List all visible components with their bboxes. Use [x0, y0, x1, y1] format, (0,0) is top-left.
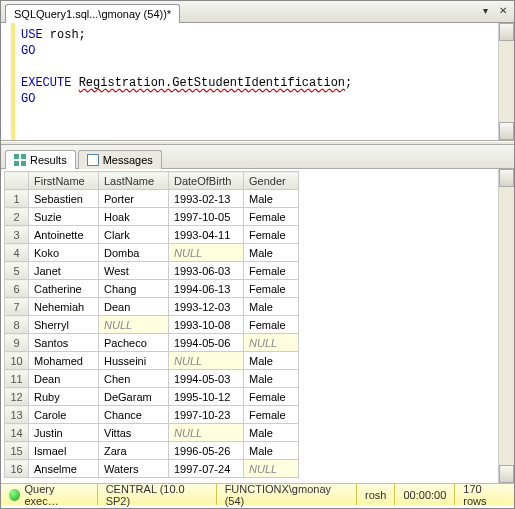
row-number[interactable]: 5 — [5, 262, 29, 280]
cell[interactable]: Female — [244, 280, 299, 298]
cell[interactable]: Female — [244, 262, 299, 280]
row-number[interactable]: 11 — [5, 370, 29, 388]
cell[interactable]: 1997-10-05 — [169, 208, 244, 226]
cell[interactable]: 1997-07-24 — [169, 460, 244, 478]
cell[interactable]: Male — [244, 190, 299, 208]
cell[interactable]: 1994-05-03 — [169, 370, 244, 388]
cell[interactable]: Catherine — [29, 280, 99, 298]
row-number[interactable]: 9 — [5, 334, 29, 352]
cell[interactable]: Zara — [99, 442, 169, 460]
cell[interactable]: Koko — [29, 244, 99, 262]
table-row[interactable]: 13CaroleChance1997-10-23Female — [5, 406, 299, 424]
table-row[interactable]: 9SantosPacheco1994-05-06NULL — [5, 334, 299, 352]
cell[interactable]: 1994-05-06 — [169, 334, 244, 352]
cell[interactable]: Male — [244, 370, 299, 388]
cell[interactable]: Chen — [99, 370, 169, 388]
cell[interactable]: NULL — [169, 424, 244, 442]
row-number[interactable]: 1 — [5, 190, 29, 208]
cell[interactable]: Dean — [99, 298, 169, 316]
cell[interactable]: NULL — [244, 334, 299, 352]
cell[interactable]: Ismael — [29, 442, 99, 460]
cell[interactable]: 1993-12-03 — [169, 298, 244, 316]
cell[interactable]: 1995-10-12 — [169, 388, 244, 406]
cell[interactable]: NULL — [244, 460, 299, 478]
table-row[interactable]: 5JanetWest1993-06-03Female — [5, 262, 299, 280]
document-tab[interactable]: SQLQuery1.sql...\gmonay (54))* — [5, 4, 180, 23]
cell[interactable]: Female — [244, 388, 299, 406]
cell[interactable]: Santos — [29, 334, 99, 352]
table-row[interactable]: 10MohamedHusseiniNULLMale — [5, 352, 299, 370]
cell[interactable]: 1997-10-23 — [169, 406, 244, 424]
table-row[interactable]: 2SuzieHoak1997-10-05Female — [5, 208, 299, 226]
editor-content[interactable]: USE rosh; GO EXECUTE Registration.GetStu… — [15, 23, 498, 140]
editor-vertical-scrollbar[interactable] — [498, 23, 514, 140]
row-number[interactable]: 7 — [5, 298, 29, 316]
sql-editor[interactable]: USE rosh; GO EXECUTE Registration.GetStu… — [1, 23, 514, 141]
cell[interactable]: Hoak — [99, 208, 169, 226]
cell[interactable]: Male — [244, 424, 299, 442]
cell[interactable]: Male — [244, 244, 299, 262]
table-row[interactable]: 8SherrylNULL1993-10-08Female — [5, 316, 299, 334]
col-header-dateofbirth[interactable]: DateOfBirth — [169, 172, 244, 190]
cell[interactable]: Suzie — [29, 208, 99, 226]
row-number[interactable]: 2 — [5, 208, 29, 226]
cell[interactable]: DeGaram — [99, 388, 169, 406]
cell[interactable]: Mohamed — [29, 352, 99, 370]
cell[interactable]: Sherryl — [29, 316, 99, 334]
cell[interactable]: Vittas — [99, 424, 169, 442]
cell[interactable]: Sebastien — [29, 190, 99, 208]
tab-messages[interactable]: Messages — [78, 150, 162, 169]
cell[interactable]: 1993-06-03 — [169, 262, 244, 280]
cell[interactable]: Nehemiah — [29, 298, 99, 316]
results-grid[interactable]: FirstName LastName DateOfBirth Gender 1S… — [4, 171, 299, 478]
row-number[interactable]: 14 — [5, 424, 29, 442]
cell[interactable]: 1993-10-08 — [169, 316, 244, 334]
cell[interactable]: Antoinette — [29, 226, 99, 244]
row-number[interactable]: 16 — [5, 460, 29, 478]
table-row[interactable]: 7NehemiahDean1993-12-03Male — [5, 298, 299, 316]
cell[interactable]: Female — [244, 208, 299, 226]
tab-results[interactable]: Results — [5, 150, 76, 169]
table-row[interactable]: 11DeanChen1994-05-03Male — [5, 370, 299, 388]
cell[interactable]: Anselme — [29, 460, 99, 478]
cell[interactable]: Janet — [29, 262, 99, 280]
tab-close-icon[interactable]: ✕ — [496, 3, 510, 17]
cell[interactable]: Husseini — [99, 352, 169, 370]
row-number[interactable]: 3 — [5, 226, 29, 244]
table-row[interactable]: 3AntoinetteClark1993-04-11Female — [5, 226, 299, 244]
cell[interactable]: NULL — [99, 316, 169, 334]
cell[interactable]: Clark — [99, 226, 169, 244]
table-row[interactable]: 15IsmaelZara1996-05-26Male — [5, 442, 299, 460]
cell[interactable]: 1996-05-26 — [169, 442, 244, 460]
cell[interactable]: Female — [244, 226, 299, 244]
cell[interactable]: Male — [244, 298, 299, 316]
row-number[interactable]: 15 — [5, 442, 29, 460]
row-number[interactable]: 10 — [5, 352, 29, 370]
table-row[interactable]: 14JustinVittasNULLMale — [5, 424, 299, 442]
tab-dropdown-icon[interactable]: ▾ — [478, 3, 492, 17]
cell[interactable]: Carole — [29, 406, 99, 424]
row-number[interactable]: 13 — [5, 406, 29, 424]
table-row[interactable]: 1SebastienPorter1993-02-13Male — [5, 190, 299, 208]
table-row[interactable]: 16AnselmeWaters1997-07-24NULL — [5, 460, 299, 478]
cell[interactable]: Dean — [29, 370, 99, 388]
table-row[interactable]: 4KokoDombaNULLMale — [5, 244, 299, 262]
corner-cell[interactable] — [5, 172, 29, 190]
col-header-lastname[interactable]: LastName — [99, 172, 169, 190]
cell[interactable]: Waters — [99, 460, 169, 478]
cell[interactable]: West — [99, 262, 169, 280]
col-header-gender[interactable]: Gender — [244, 172, 299, 190]
cell[interactable]: 1993-02-13 — [169, 190, 244, 208]
table-row[interactable]: 12RubyDeGaram1995-10-12Female — [5, 388, 299, 406]
col-header-firstname[interactable]: FirstName — [29, 172, 99, 190]
row-number[interactable]: 6 — [5, 280, 29, 298]
cell[interactable]: Female — [244, 406, 299, 424]
cell[interactable]: Justin — [29, 424, 99, 442]
cell[interactable]: Porter — [99, 190, 169, 208]
cell[interactable]: 1994-06-13 — [169, 280, 244, 298]
cell[interactable]: 1993-04-11 — [169, 226, 244, 244]
cell[interactable]: Female — [244, 316, 299, 334]
table-row[interactable]: 6CatherineChang1994-06-13Female — [5, 280, 299, 298]
cell[interactable]: Ruby — [29, 388, 99, 406]
cell[interactable]: NULL — [169, 244, 244, 262]
